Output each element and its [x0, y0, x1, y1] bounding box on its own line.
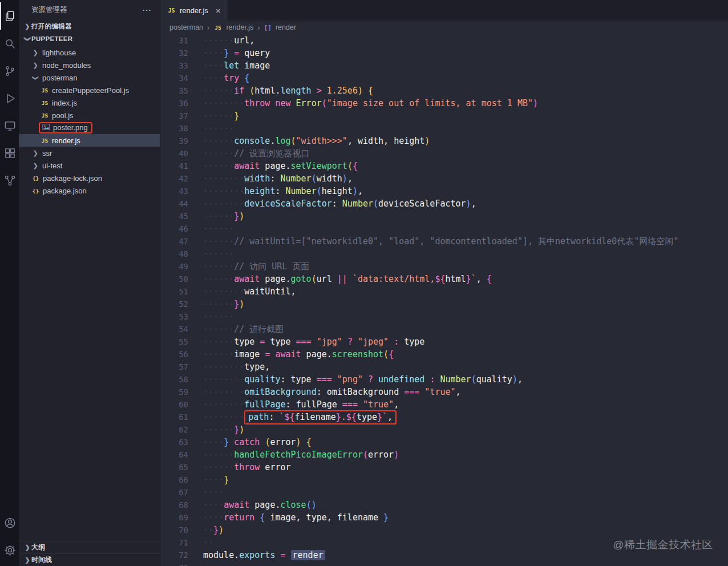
tree-item-package.json[interactable]: {}package.json	[19, 184, 160, 197]
line-content[interactable]: ········fullPage: fullPage === "true",	[188, 398, 399, 411]
code-line-47[interactable]: 47······// waitUntil=["networkidle0", "l…	[160, 235, 728, 248]
line-number[interactable]: 41	[160, 160, 188, 172]
line-number[interactable]: 65	[160, 461, 188, 474]
code-line-59[interactable]: 59········omitBackground: omitBackground…	[160, 386, 728, 398]
tree-item-render.js[interactable]: JSrender.js	[19, 134, 160, 147]
line-content[interactable]: ········quality: type === "png" ? undefi…	[188, 373, 523, 386]
line-number[interactable]: 52	[160, 298, 188, 310]
section-puppeteer[interactable]: ❯ PUPPETEER	[19, 33, 160, 45]
section-open-editors[interactable]: ❯ 打开的编辑器	[19, 20, 160, 33]
run-debug-icon[interactable]	[0, 84, 19, 112]
line-number[interactable]: 37	[160, 110, 188, 122]
more-actions-icon[interactable]: ⋯	[142, 5, 152, 15]
line-number[interactable]: 32	[160, 47, 188, 59]
line-content[interactable]: ······	[188, 223, 234, 235]
line-content[interactable]: ······if (html.length > 1.25e6) {	[188, 84, 373, 97]
line-content[interactable]: ······}	[188, 110, 239, 122]
line-number[interactable]: 71	[160, 536, 188, 549]
line-content[interactable]: module.exports = render	[188, 549, 325, 561]
line-number[interactable]: 64	[160, 448, 188, 461]
code-line-55[interactable]: 55······type = type === "jpg" ? "jpeg" :…	[160, 335, 728, 348]
code-line-58[interactable]: 58········quality: type === "png" ? unde…	[160, 373, 728, 386]
code-line-63[interactable]: 63····} catch (error) {	[160, 436, 728, 448]
line-number[interactable]: 68	[160, 499, 188, 511]
line-number[interactable]: 62	[160, 423, 188, 436]
line-content[interactable]: ······throw error	[188, 461, 291, 474]
line-content[interactable]: ········throw new Error("image size out …	[188, 97, 538, 110]
line-number[interactable]: 31	[160, 34, 188, 47]
section-大纲[interactable]: ❯大纲	[19, 541, 160, 553]
code-line-66[interactable]: 66····}	[160, 474, 728, 486]
code-line-60[interactable]: 60········fullPage: fullPage === "true",	[160, 398, 728, 411]
line-content[interactable]: ········height: Number(height),	[188, 185, 363, 197]
line-content[interactable]: ········waitUntil,	[188, 285, 296, 298]
code-line-56[interactable]: 56······image = await page.screenshot({	[160, 348, 728, 361]
code-line-36[interactable]: 36········throw new Error("image size ou…	[160, 97, 728, 110]
line-number[interactable]: 33	[160, 59, 188, 72]
code-line-49[interactable]: 49······// 访问 URL 页面	[160, 260, 728, 273]
breadcrumb-folder[interactable]: posterman	[169, 23, 203, 31]
line-content[interactable]: ······})	[188, 423, 244, 436]
project-manager-icon[interactable]	[0, 167, 19, 194]
tree-item-ui-test[interactable]: ❯ui-test	[19, 159, 160, 172]
line-content[interactable]: ····} catch (error) {	[188, 436, 312, 448]
line-number[interactable]: 50	[160, 273, 188, 285]
line-content[interactable]: ··})	[188, 524, 224, 536]
line-number[interactable]: 63	[160, 436, 188, 448]
line-number[interactable]: 57	[160, 361, 188, 373]
line-number[interactable]: 67	[160, 486, 188, 499]
extensions-icon[interactable]	[0, 139, 19, 167]
line-content[interactable]: ······await page.goto(url || `data:text/…	[188, 273, 492, 285]
account-icon[interactable]	[0, 509, 19, 536]
tree-item-package-lock.json[interactable]: {}package-lock.json	[19, 172, 160, 184]
line-number[interactable]: 51	[160, 285, 188, 298]
code-line-44[interactable]: 44········deviceScaleFactor: Number(devi…	[160, 197, 728, 210]
line-content[interactable]: ······})	[188, 210, 244, 223]
code-line-67[interactable]: 67····	[160, 486, 728, 499]
line-content[interactable]: ······	[188, 248, 234, 260]
code-line-70[interactable]: 70··})	[160, 524, 728, 536]
code-line-31[interactable]: 31······url,	[160, 34, 728, 47]
line-number[interactable]: 70	[160, 524, 188, 536]
code-line-65[interactable]: 65······throw error	[160, 461, 728, 474]
code-line-45[interactable]: 45······})	[160, 210, 728, 223]
code-line-73[interactable]: 73	[160, 561, 728, 566]
line-number[interactable]: 61	[160, 411, 188, 423]
source-control-icon[interactable]	[0, 57, 19, 84]
breadcrumb-symbol[interactable]: render	[276, 23, 296, 31]
line-content[interactable]: ········width: Number(width),	[188, 172, 353, 185]
line-content[interactable]: ····await page.close()	[188, 499, 317, 511]
code-line-32[interactable]: 32····} = query	[160, 47, 728, 59]
line-content[interactable]: ········type,	[188, 361, 270, 373]
line-number[interactable]: 55	[160, 335, 188, 348]
tree-item-index.js[interactable]: JSindex.js	[19, 96, 160, 109]
code-line-64[interactable]: 64······handleFetchPicoImageError(error)	[160, 448, 728, 461]
line-number[interactable]: 38	[160, 122, 188, 135]
search-icon[interactable]	[0, 30, 19, 57]
code-line-33[interactable]: 33····let image	[160, 59, 728, 72]
code-line-50[interactable]: 50······await page.goto(url || `data:tex…	[160, 273, 728, 285]
code-line-72[interactable]: 72module.exports = render	[160, 549, 728, 561]
tab-render-js[interactable]: JS render.js ×	[160, 0, 228, 21]
code-line-69[interactable]: 69····return { image, type, filename }	[160, 511, 728, 524]
code-line-37[interactable]: 37······}	[160, 110, 728, 122]
code-line-52[interactable]: 52······})	[160, 298, 728, 310]
line-content[interactable]: ····let image	[188, 59, 270, 72]
line-content[interactable]: ······type = type === "jpg" ? "jpeg" : t…	[188, 335, 424, 348]
line-number[interactable]: 49	[160, 260, 188, 273]
tree-item-nodemodules[interactable]: ❯node_modules	[19, 59, 160, 71]
explorer-icon[interactable]	[0, 2, 19, 30]
code-line-54[interactable]: 54······// 进行截图	[160, 323, 728, 335]
line-number[interactable]: 58	[160, 373, 188, 386]
line-number[interactable]: 39	[160, 135, 188, 147]
line-number[interactable]: 42	[160, 172, 188, 185]
line-content[interactable]: ······// 设置浏览器视口	[188, 147, 309, 160]
code-line-35[interactable]: 35······if (html.length > 1.25e6) {	[160, 84, 728, 97]
line-content[interactable]: ······// 进行截图	[188, 323, 284, 335]
tree-item-pool.js[interactable]: JSpool.js	[19, 109, 160, 122]
line-content[interactable]: ······image = await page.screenshot({	[188, 348, 394, 361]
line-content[interactable]: ····}	[188, 474, 229, 486]
remote-explorer-icon[interactable]	[0, 112, 19, 139]
close-icon[interactable]: ×	[216, 6, 221, 15]
line-content[interactable]: ····try {	[188, 72, 249, 84]
